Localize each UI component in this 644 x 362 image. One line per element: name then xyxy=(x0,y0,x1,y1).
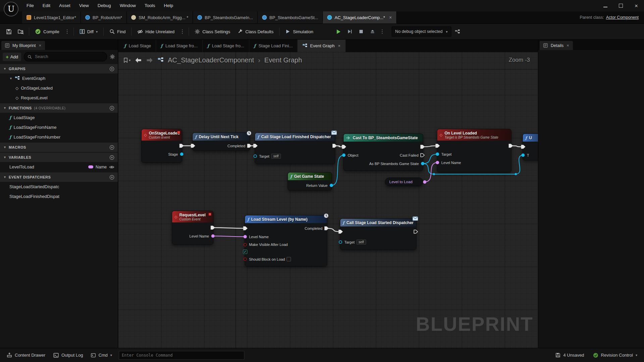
compile-button[interactable]: Compile xyxy=(32,26,63,37)
data-pin[interactable] xyxy=(423,180,427,184)
item-eventgraph[interactable]: ▼EventGraph xyxy=(0,73,118,83)
item-requestlevel[interactable]: ◇RequestLevel xyxy=(0,93,118,103)
variable-type-pill[interactable] xyxy=(88,165,93,168)
minimize-button[interactable] xyxy=(598,0,613,11)
browse-button[interactable] xyxy=(15,26,27,37)
unsaved-button[interactable]: 4 Unsaved xyxy=(552,350,587,360)
debug-filter-button[interactable] xyxy=(452,26,463,37)
data-pin[interactable] xyxy=(435,160,440,165)
tab-details[interactable]: Details × xyxy=(540,41,573,50)
save-button[interactable] xyxy=(3,26,14,37)
play-button[interactable] xyxy=(333,26,344,37)
exec-pin[interactable] xyxy=(324,226,329,230)
frame-skip-button[interactable] xyxy=(344,26,355,37)
play-options-kebab[interactable]: ⋮ xyxy=(379,29,386,35)
node-clipped[interactable]: ƒUT xyxy=(523,134,538,160)
data-pin[interactable] xyxy=(243,243,247,247)
simulation-button[interactable]: Simulation xyxy=(282,26,317,37)
menu-edit[interactable]: Edit xyxy=(38,0,55,11)
graph-tab-load-stage-fro[interactable]: ƒLoad Stage fro... xyxy=(203,40,249,52)
checkbox-checked[interactable]: ✓ xyxy=(243,250,247,254)
tab-my-blueprint[interactable]: My Blueprint × xyxy=(1,41,45,50)
asset-tab-level1stage1-editor[interactable]: Level1Stage1_Editor* xyxy=(22,11,81,23)
find-button[interactable]: Find xyxy=(106,26,129,37)
exec-pin[interactable] xyxy=(191,144,195,148)
section-macros[interactable]: ▼MACROS xyxy=(0,143,118,152)
node-call_finished[interactable]: ƒCall Stage Load Finished DispatcherTarg… xyxy=(255,133,335,164)
data-pin[interactable] xyxy=(420,161,425,166)
unreal-logo[interactable]: U xyxy=(3,1,19,17)
compile-options-kebab[interactable]: ⋮ xyxy=(63,29,71,35)
exec-pin[interactable] xyxy=(420,153,425,157)
section-variables[interactable]: ▼VARIABLES xyxy=(0,153,118,162)
node-get_game_state[interactable]: ƒGet Game StateReturn Value xyxy=(288,172,332,191)
item-onstageloaded[interactable]: ◇OnStageLoaded xyxy=(0,83,118,93)
exec-pin[interactable] xyxy=(420,145,425,149)
cmd-dropdown[interactable]: Cmd ▾ xyxy=(88,350,115,360)
exec-pin[interactable] xyxy=(210,225,215,230)
output-log-button[interactable]: Output Log xyxy=(50,350,86,360)
close-button[interactable]: × xyxy=(629,0,644,11)
add-graphs-button[interactable] xyxy=(109,66,114,71)
asset-tab-ac-stageloadercomp[interactable]: AC_StageLoaderComp...*× xyxy=(323,11,397,23)
asset-tab-sm-roboticarm-rigg[interactable]: SM_RoboticArm_Rigg... * xyxy=(127,11,193,23)
item-loadstagefromname[interactable]: ƒLoadStageFromName xyxy=(0,122,118,132)
item-stageloadfinisheddispat[interactable]: StageLoadFinishedDispat xyxy=(0,192,118,201)
close-icon[interactable]: × xyxy=(389,15,392,20)
exec-pin[interactable] xyxy=(342,145,346,149)
exec-pin[interactable] xyxy=(243,226,248,230)
section-graphs[interactable]: ▼GRAPHS xyxy=(0,64,118,73)
self-default-value[interactable]: self xyxy=(271,154,281,159)
maximize-button[interactable] xyxy=(613,0,629,11)
search-input[interactable] xyxy=(34,54,103,59)
node-delay[interactable]: ƒDelay Until Next TickCompleted xyxy=(192,133,250,151)
item-loadstage[interactable]: ƒLoadStage xyxy=(0,113,118,122)
data-pin[interactable] xyxy=(243,257,247,261)
exec-pin[interactable] xyxy=(253,144,258,148)
exec-pin[interactable] xyxy=(508,144,513,148)
item-loadstagefromnumber[interactable]: ƒLoadStageFromNumber xyxy=(0,132,118,142)
exec-pin[interactable] xyxy=(179,144,184,148)
data-pin[interactable] xyxy=(435,152,440,156)
item-stageloadstarteddispatc[interactable]: StageLoadStartedDispatc xyxy=(0,182,118,192)
node-cast[interactable]: Cast To BP_SteambotsGameStateObjectCast … xyxy=(343,134,423,171)
exec-pin[interactable] xyxy=(332,144,337,148)
console-command-input[interactable] xyxy=(119,351,244,360)
node-request_level[interactable]: ◇RequestLevelCustom EventLevel Name xyxy=(172,211,213,245)
add-macros-button[interactable] xyxy=(109,145,114,150)
data-pin[interactable] xyxy=(329,183,334,188)
add-event-dispatchers-button[interactable] xyxy=(109,175,114,180)
asset-tab-bp-steambotsgamest[interactable]: BP_SteambotsGameSt... xyxy=(258,11,323,23)
nav-back-button[interactable] xyxy=(135,57,142,63)
content-drawer-button[interactable]: Content Drawer xyxy=(3,350,49,360)
stop-button[interactable] xyxy=(356,26,366,37)
data-pin[interactable] xyxy=(521,153,525,157)
data-pin[interactable] xyxy=(243,235,247,239)
add-variables-button[interactable] xyxy=(109,155,114,160)
menu-asset[interactable]: Asset xyxy=(55,0,75,11)
menu-file[interactable]: File xyxy=(22,0,38,11)
menu-view[interactable]: View xyxy=(75,0,93,11)
exec-pin[interactable] xyxy=(247,144,252,148)
exec-pin[interactable] xyxy=(413,229,418,234)
hide-unrelated-kebab[interactable]: ⋮ xyxy=(179,29,186,35)
class-defaults-button[interactable]: Class Defaults xyxy=(234,26,277,37)
node-on_stage_loaded[interactable]: ◇OnStageLoadedCustom EventStage xyxy=(141,129,182,163)
parent-class-link[interactable]: Actor Component xyxy=(606,15,639,20)
menu-tools[interactable]: Tools xyxy=(140,0,160,11)
breadcrumb-root[interactable]: AC_StageLoaderComponent xyxy=(168,56,254,64)
checkbox-unchecked[interactable] xyxy=(287,257,291,261)
visibility-eye-icon[interactable] xyxy=(109,165,114,169)
close-icon[interactable]: × xyxy=(39,43,41,48)
eject-button[interactable] xyxy=(367,26,378,37)
section-event-dispatchers[interactable]: ▼EVENT DISPATCHERS xyxy=(0,172,118,182)
diff-button[interactable]: Diff ▾ xyxy=(76,26,101,37)
menu-debug[interactable]: Debug xyxy=(93,0,115,11)
asset-tab-bp-steambotsgamein[interactable]: BP_SteambotsGameIn... xyxy=(193,11,258,23)
hide-unrelated-button[interactable]: Hide Unrelated xyxy=(134,26,178,37)
data-pin[interactable] xyxy=(180,152,184,156)
panel-settings-button[interactable] xyxy=(110,54,115,59)
breadcrumb-current[interactable]: Event Graph xyxy=(264,56,302,64)
close-icon[interactable]: × xyxy=(566,43,569,48)
menu-window[interactable]: Window xyxy=(115,0,140,11)
